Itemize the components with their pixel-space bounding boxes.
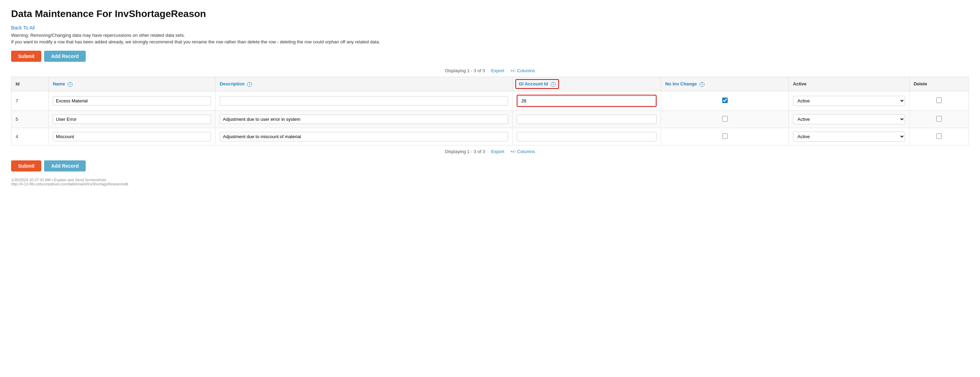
submit-button-top[interactable]: Submit	[11, 51, 41, 62]
gl-account-info-icon: i	[551, 82, 555, 87]
name-input[interactable]	[53, 115, 211, 124]
cell-description	[215, 128, 512, 145]
delete-checkbox[interactable]	[936, 116, 942, 121]
cell-description	[215, 91, 512, 110]
add-record-button-top[interactable]: Add Record	[44, 51, 85, 62]
no-inv-change-checkbox[interactable]	[722, 133, 728, 139]
no-inv-change-checkbox[interactable]	[722, 97, 728, 103]
gl-account-input[interactable]	[518, 96, 655, 105]
footer-timestamp: 1/30/2024 10:37:32 AM • Explain and Send…	[11, 178, 969, 182]
cell-id: 7	[11, 91, 49, 110]
gl-account-input[interactable]	[517, 115, 657, 124]
table-row: 5ActiveInactive	[11, 110, 969, 128]
warning-line2: If you want to modify a row that has bee…	[11, 39, 969, 45]
table-header-row: Id Name i Description i Gl Account Id i …	[11, 77, 969, 91]
table-row: 4ActiveInactive	[11, 128, 969, 145]
cell-name	[48, 91, 215, 110]
delete-checkbox[interactable]	[936, 97, 942, 103]
name-input[interactable]	[53, 132, 211, 141]
warning-line1: Warning: Removing/Changing data may have…	[11, 33, 969, 38]
cell-id: 5	[11, 110, 49, 128]
cell-name	[48, 128, 215, 145]
submit-button-bottom[interactable]: Submit	[11, 161, 41, 172]
back-to-all-link[interactable]: Back To All	[11, 25, 35, 30]
cell-id: 4	[11, 128, 49, 145]
table-row: 7ActiveInactive	[11, 91, 969, 110]
cell-delete	[909, 110, 969, 128]
cell-gl-account-id	[512, 91, 661, 110]
delete-checkbox[interactable]	[936, 133, 942, 139]
name-input[interactable]	[53, 96, 211, 105]
add-record-button-bottom[interactable]: Add Record	[44, 161, 85, 172]
cell-no-inv-change	[661, 110, 789, 128]
export-link-bottom[interactable]: Export	[491, 149, 504, 154]
description-info-icon: i	[247, 82, 252, 87]
footer-meta: 1/30/2024 10:37:32 AM • Explain and Send…	[11, 178, 969, 186]
description-input[interactable]	[220, 96, 508, 105]
cell-no-inv-change	[661, 91, 789, 110]
no-inv-info-icon: i	[700, 82, 705, 87]
table-body: 7ActiveInactive5ActiveInactive4ActiveIna…	[11, 91, 969, 145]
name-info-icon: i	[68, 82, 73, 87]
display-count-top: Displaying 1 - 3 of 3	[445, 68, 485, 73]
columns-link-top[interactable]: +/- Columns	[511, 68, 535, 73]
cell-active: ActiveInactive	[789, 91, 910, 110]
cell-description	[215, 110, 512, 128]
top-display-bar: Displaying 1 - 3 of 3 Export +/- Columns	[11, 68, 969, 73]
col-header-name: Name i	[48, 77, 215, 91]
cell-no-inv-change	[661, 128, 789, 145]
display-count-bottom: Displaying 1 - 3 of 3	[445, 149, 485, 154]
top-toolbar: Submit Add Record	[11, 51, 969, 62]
cell-gl-account-id	[512, 110, 661, 128]
page-title: Data Maintenance For InvShortageReason	[11, 8, 969, 19]
description-input[interactable]	[220, 115, 508, 124]
col-header-gl-account-id: Gl Account Id i	[512, 77, 661, 91]
data-table: Id Name i Description i Gl Account Id i …	[11, 77, 969, 145]
cell-delete	[909, 91, 969, 110]
col-header-id: Id	[11, 77, 49, 91]
cell-name	[48, 110, 215, 128]
bottom-display-bar: Displaying 1 - 3 of 3 Export +/- Columns	[11, 149, 969, 154]
col-header-no-inv-change: No Inv Change i	[661, 77, 789, 91]
gl-highlight-box	[517, 95, 657, 107]
gl-account-highlight-box: Gl Account Id i	[515, 79, 559, 89]
description-input[interactable]	[220, 132, 508, 141]
footer-url: http://4-12-fifo.cetscerpdevel.com/table…	[11, 182, 969, 186]
gl-account-input[interactable]	[517, 132, 657, 141]
cell-active: ActiveInactive	[789, 110, 910, 128]
bottom-toolbar: Submit Add Record	[11, 161, 969, 172]
columns-link-bottom[interactable]: +/- Columns	[511, 149, 535, 154]
col-header-description: Description i	[215, 77, 512, 91]
active-select[interactable]: ActiveInactive	[793, 114, 905, 124]
active-select[interactable]: ActiveInactive	[793, 132, 905, 142]
export-link-top[interactable]: Export	[491, 68, 504, 73]
col-header-active: Active	[789, 77, 910, 91]
no-inv-change-checkbox[interactable]	[722, 116, 728, 121]
col-header-delete: Delete	[909, 77, 969, 91]
cell-delete	[909, 128, 969, 145]
active-select[interactable]: ActiveInactive	[793, 96, 905, 106]
cell-active: ActiveInactive	[789, 128, 910, 145]
cell-gl-account-id	[512, 128, 661, 145]
